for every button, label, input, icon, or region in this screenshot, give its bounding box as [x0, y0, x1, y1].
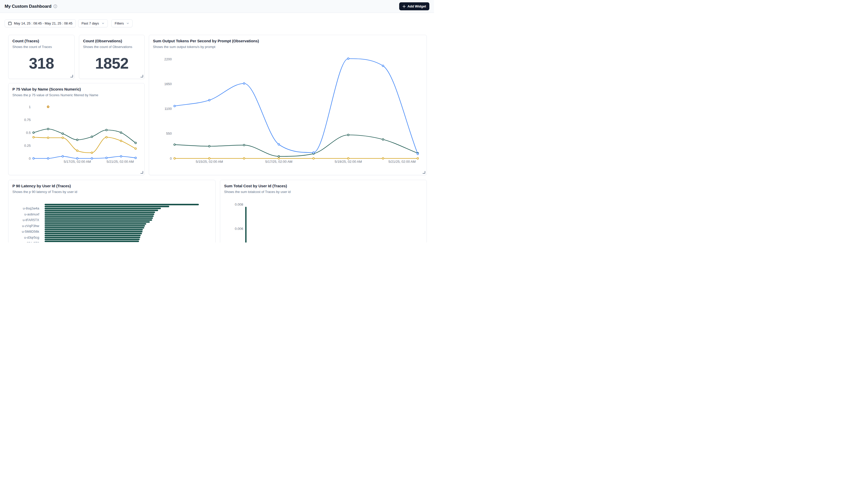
- line-series-teal: [33, 128, 136, 144]
- card-title: Count (Traces): [12, 39, 70, 43]
- svg-text:0.25: 0.25: [24, 144, 31, 148]
- date-range-label: May 14, 25 : 08:45 - May 21, 25 : 08:45: [14, 22, 72, 25]
- p75-line-chart: 00.250.50.7515/17/25, 02:00 AM5/21/25, 0…: [8, 83, 145, 175]
- svg-text:0.006: 0.006: [235, 227, 243, 231]
- filters-button[interactable]: Filters: [112, 19, 132, 27]
- svg-text:u-8sq2w4a: u-8sq2w4a: [23, 206, 39, 210]
- card-title: P 90 Latency by User Id (Traces): [12, 184, 212, 188]
- svg-text:5/19/25, 02:00 AM: 5/19/25, 02:00 AM: [335, 160, 362, 163]
- line-series-amber: [174, 158, 418, 159]
- svg-text:550: 550: [166, 131, 172, 135]
- svg-text:u-zVqP3hw: u-zVqP3hw: [22, 224, 39, 228]
- card-title: Sum Total Cost by User Id (Traces): [224, 184, 423, 188]
- svg-text:0.5: 0.5: [26, 131, 31, 135]
- page-title: My Custom Dashboard: [5, 4, 51, 9]
- chevron-down-icon: [126, 22, 129, 25]
- tokens-line-chart: 05501100165022005/15/25, 02:00 AM5/17/25…: [149, 35, 427, 175]
- card-title: Count (Observations): [83, 39, 141, 43]
- resize-handle-icon[interactable]: [70, 75, 73, 78]
- card-p75-chart: P 75 Value by Name (Scores Numeric) Show…: [8, 83, 145, 175]
- svg-text:1100: 1100: [164, 107, 172, 111]
- resize-handle-icon[interactable]: [141, 75, 143, 78]
- card-subtitle: Shows the count of Traces: [12, 45, 70, 49]
- svg-text:2200: 2200: [164, 57, 172, 61]
- svg-text:5/17/25, 02:00 AM: 5/17/25, 02:00 AM: [265, 160, 292, 163]
- add-widget-label: Add Widget: [407, 4, 426, 8]
- svg-text:u-d3qr5cg: u-d3qr5cg: [24, 236, 39, 239]
- line-series-teal: [174, 134, 418, 157]
- info-icon[interactable]: [53, 4, 57, 8]
- card-count-observations: Count (Observations) Shows the count of …: [79, 35, 145, 79]
- svg-text:5/15/25, 02:00 AM: 5/15/25, 02:00 AM: [196, 160, 223, 163]
- card-title: Sum Output Tokens Per Second by Prompt (…: [153, 39, 423, 43]
- svg-text:1650: 1650: [164, 82, 172, 86]
- calendar-icon: [8, 22, 12, 25]
- plus-icon: [403, 5, 406, 8]
- resize-handle-icon[interactable]: [141, 171, 143, 174]
- header: My Custom Dashboard Add Widget: [0, 0, 434, 13]
- svg-text:u-aobnuxf: u-aobnuxf: [24, 212, 39, 216]
- card-count-traces: Count (Traces) Shows the count of Traces…: [8, 35, 74, 79]
- svg-text:u-tFAR5TX: u-tFAR5TX: [23, 218, 39, 222]
- card-subtitle: Shows the sum output tokens/s by prompt: [153, 45, 423, 49]
- line-series-blue: [174, 58, 418, 155]
- single-data-point: [47, 106, 49, 108]
- toolbar: May 14, 25 : 08:45 - May 21, 25 : 08:45 …: [5, 19, 132, 27]
- card-cost-chart: Sum Total Cost by User Id (Traces) Shows…: [220, 180, 427, 243]
- resize-handle-icon[interactable]: [423, 171, 425, 174]
- card-p90-chart: P 90 Latency by User Id (Traces) Shows t…: [8, 180, 216, 243]
- svg-text:0: 0: [170, 157, 172, 160]
- card-title: P 75 Value by Name (Scores Numeric): [12, 87, 141, 91]
- filters-label: Filters: [115, 22, 124, 25]
- date-range-button[interactable]: May 14, 25 : 08:45 - May 21, 25 : 08:45: [5, 19, 76, 27]
- card-subtitle: Shows the sum totalcost of Traces by use…: [224, 190, 423, 194]
- kpi-value-traces: 318: [8, 49, 74, 79]
- card-tokens-chart: Sum Output Tokens Per Second by Prompt (…: [149, 35, 427, 175]
- svg-text:5/21/25, 02:00 AM: 5/21/25, 02:00 AM: [389, 160, 416, 163]
- add-widget-button[interactable]: Add Widget: [399, 2, 429, 10]
- svg-text:5/21/25, 02:00 AM: 5/21/25, 02:00 AM: [106, 160, 134, 163]
- card-subtitle: Shows the p 75 value of Scores Numeric f…: [12, 93, 141, 97]
- line-series-amber: [33, 137, 136, 153]
- chevron-down-icon: [102, 22, 104, 25]
- svg-text:u-5M8D56k: u-5M8D56k: [22, 230, 39, 234]
- svg-text:u-8fVa9T3: u-8fVa9T3: [24, 241, 39, 243]
- svg-text:0.008: 0.008: [235, 203, 243, 206]
- card-subtitle: Shows the count of Observations: [83, 45, 141, 49]
- range-preset-label: Past 7 days: [82, 22, 99, 25]
- range-preset-button[interactable]: Past 7 days: [78, 19, 108, 27]
- svg-text:1: 1: [29, 105, 31, 109]
- svg-text:5/17/25, 02:00 AM: 5/17/25, 02:00 AM: [64, 160, 91, 163]
- svg-text:0.75: 0.75: [24, 118, 31, 122]
- dashboard-page: My Custom Dashboard Add Widget: [0, 0, 434, 243]
- svg-text:0: 0: [29, 157, 31, 160]
- line-series-blue: [33, 156, 136, 159]
- kpi-value-observations: 1852: [79, 49, 145, 79]
- card-subtitle: Shows the p 90 latency of Traces by user…: [12, 190, 212, 194]
